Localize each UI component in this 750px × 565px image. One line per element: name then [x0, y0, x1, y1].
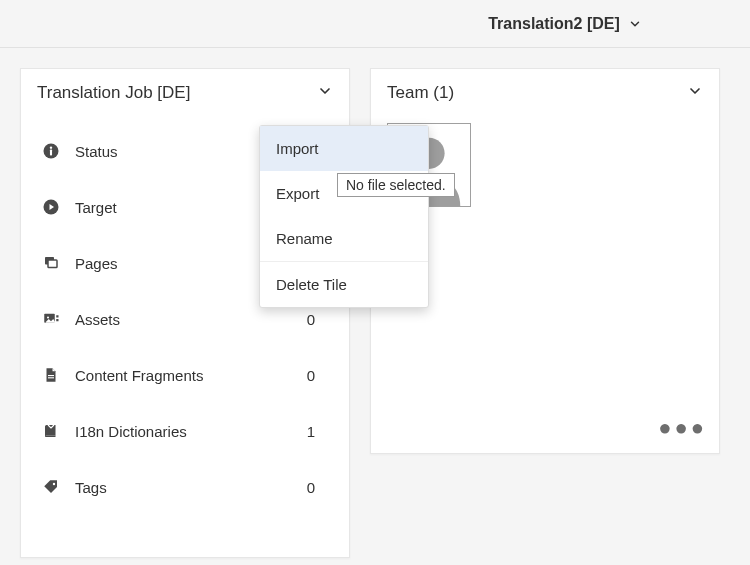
tile-title: Translation Job [DE]: [37, 83, 190, 103]
job-row-i18n-dictionaries: I18n Dictionaries 1: [39, 403, 331, 459]
tile-action-menu: Import Export Rename Delete Tile: [259, 125, 429, 308]
svg-rect-8: [56, 315, 58, 317]
menu-item-rename[interactable]: Rename: [260, 216, 428, 262]
more-icon[interactable]: ●●●: [658, 415, 707, 441]
job-row-label: Tags: [75, 479, 291, 496]
svg-rect-11: [48, 377, 54, 378]
job-row-value: 0: [291, 479, 331, 496]
menu-item-import[interactable]: Import: [260, 126, 428, 171]
menu-item-delete-tile[interactable]: Delete Tile: [260, 262, 428, 307]
job-row-label: Content Fragments: [75, 367, 291, 384]
chevron-down-icon[interactable]: [628, 17, 642, 31]
tile-header: Team (1): [371, 69, 719, 113]
svg-rect-9: [56, 319, 58, 321]
svg-point-12: [53, 483, 55, 485]
job-row-value: 0: [291, 311, 331, 328]
tag-icon: [39, 478, 63, 496]
tile-menu-toggle[interactable]: [687, 83, 703, 103]
pages-icon: [39, 254, 63, 272]
translation-job-tile: Translation Job [DE] Status Target: [20, 68, 350, 558]
job-row-value: 0: [291, 367, 331, 384]
play-icon: [39, 198, 63, 216]
job-row-content-fragments: Content Fragments 0: [39, 347, 331, 403]
content-area: Translation Job [DE] Status Target: [0, 48, 750, 565]
tile-menu-toggle[interactable]: [317, 83, 333, 103]
page-title: Translation2 [DE]: [488, 15, 620, 33]
job-row-label: Assets: [75, 311, 291, 328]
file-icon: [39, 366, 63, 384]
job-row-value: 1: [291, 423, 331, 440]
info-icon: [39, 142, 63, 160]
file-selection-tooltip: No file selected.: [337, 173, 455, 197]
svg-rect-2: [50, 150, 52, 156]
book-icon: [39, 422, 63, 440]
svg-point-7: [47, 316, 49, 318]
job-row-tags: Tags 0: [39, 459, 331, 515]
topbar: Translation2 [DE]: [0, 0, 750, 48]
tile-title: Team (1): [387, 83, 454, 103]
svg-rect-10: [48, 375, 54, 376]
job-row-label: I18n Dictionaries: [75, 423, 291, 440]
tile-header: Translation Job [DE]: [21, 69, 349, 113]
assets-icon: [39, 310, 63, 328]
svg-rect-5: [48, 260, 57, 268]
svg-point-1: [50, 146, 52, 148]
